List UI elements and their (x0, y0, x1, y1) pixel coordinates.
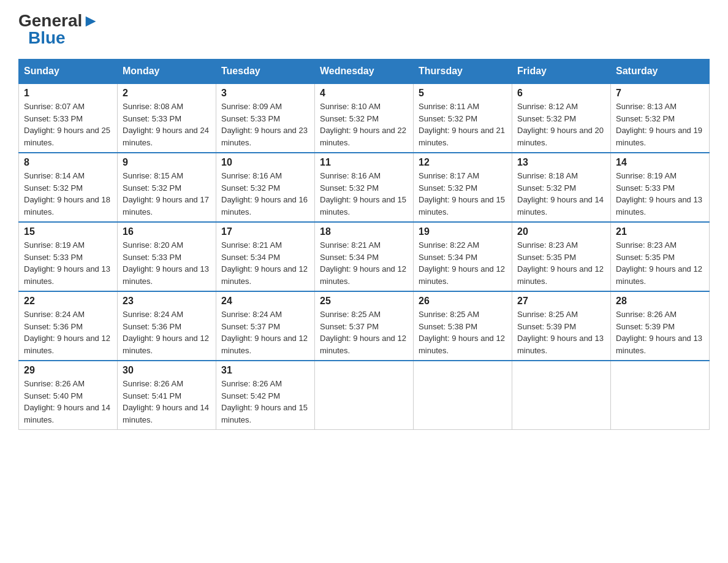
day-info: Sunrise: 8:18 AMSunset: 5:32 PMDaylight:… (517, 171, 604, 216)
calendar-empty-cell (611, 361, 710, 430)
calendar-day-cell: 10 Sunrise: 8:16 AMSunset: 5:32 PMDaylig… (216, 153, 315, 222)
day-number: 25 (320, 296, 408, 307)
day-number: 28 (616, 296, 704, 307)
day-info: Sunrise: 8:15 AMSunset: 5:32 PMDaylight:… (123, 171, 209, 216)
day-info: Sunrise: 8:24 AMSunset: 5:36 PMDaylight:… (123, 310, 209, 355)
day-number: 5 (419, 88, 507, 99)
day-info: Sunrise: 8:20 AMSunset: 5:33 PMDaylight:… (123, 240, 209, 286)
logo-blue-text: Blue (28, 29, 66, 47)
day-info: Sunrise: 8:24 AMSunset: 5:36 PMDaylight:… (24, 310, 110, 355)
day-number: 17 (221, 226, 309, 237)
calendar-day-cell: 31 Sunrise: 8:26 AMSunset: 5:42 PMDaylig… (216, 361, 315, 430)
day-info: Sunrise: 8:22 AMSunset: 5:34 PMDaylight:… (419, 240, 505, 286)
calendar-day-cell: 8 Sunrise: 8:14 AMSunset: 5:32 PMDayligh… (19, 153, 118, 222)
calendar-day-cell: 17 Sunrise: 8:21 AMSunset: 5:34 PMDaylig… (216, 222, 315, 291)
calendar-day-cell: 14 Sunrise: 8:19 AMSunset: 5:33 PMDaylig… (611, 153, 710, 222)
day-info: Sunrise: 8:11 AMSunset: 5:32 PMDaylight:… (419, 102, 505, 147)
day-info: Sunrise: 8:19 AMSunset: 5:33 PMDaylight:… (24, 240, 110, 286)
calendar-day-cell: 19 Sunrise: 8:22 AMSunset: 5:34 PMDaylig… (414, 222, 512, 291)
day-info: Sunrise: 8:09 AMSunset: 5:33 PMDaylight:… (221, 102, 308, 147)
day-number: 1 (24, 88, 112, 99)
day-number: 8 (24, 157, 112, 168)
header-monday: Monday (118, 59, 216, 84)
calendar-day-cell: 22 Sunrise: 8:24 AMSunset: 5:36 PMDaylig… (19, 291, 118, 361)
day-info: Sunrise: 8:12 AMSunset: 5:32 PMDaylight:… (517, 102, 604, 147)
calendar-empty-cell (414, 361, 512, 430)
calendar-day-cell: 5 Sunrise: 8:11 AMSunset: 5:32 PMDayligh… (414, 83, 512, 153)
day-number: 22 (24, 296, 112, 307)
day-info: Sunrise: 8:16 AMSunset: 5:32 PMDaylight:… (221, 171, 308, 216)
day-number: 9 (123, 157, 211, 168)
calendar-week-row: 29 Sunrise: 8:26 AMSunset: 5:40 PMDaylig… (19, 361, 710, 430)
day-number: 19 (419, 226, 507, 237)
day-info: Sunrise: 8:25 AMSunset: 5:37 PMDaylight:… (320, 310, 406, 355)
day-info: Sunrise: 8:21 AMSunset: 5:34 PMDaylight:… (320, 240, 406, 286)
day-info: Sunrise: 8:17 AMSunset: 5:32 PMDaylight:… (419, 171, 505, 216)
day-info: Sunrise: 8:19 AMSunset: 5:33 PMDaylight:… (616, 171, 702, 216)
day-number: 13 (517, 157, 605, 168)
day-number: 2 (123, 88, 211, 99)
day-number: 30 (123, 365, 211, 376)
calendar-day-cell: 20 Sunrise: 8:23 AMSunset: 5:35 PMDaylig… (512, 222, 611, 291)
calendar-day-cell: 15 Sunrise: 8:19 AMSunset: 5:33 PMDaylig… (19, 222, 118, 291)
day-number: 23 (123, 296, 211, 307)
day-number: 15 (24, 226, 112, 237)
day-number: 6 (517, 88, 605, 99)
header-friday: Friday (512, 59, 611, 84)
header-tuesday: Tuesday (216, 59, 315, 84)
calendar-day-cell: 18 Sunrise: 8:21 AMSunset: 5:34 PMDaylig… (315, 222, 414, 291)
day-info: Sunrise: 8:26 AMSunset: 5:39 PMDaylight:… (616, 310, 702, 355)
day-info: Sunrise: 8:07 AMSunset: 5:33 PMDaylight:… (24, 102, 110, 147)
day-info: Sunrise: 8:26 AMSunset: 5:41 PMDaylight:… (123, 379, 209, 424)
day-number: 18 (320, 226, 408, 237)
day-info: Sunrise: 8:08 AMSunset: 5:33 PMDaylight:… (123, 102, 209, 147)
calendar-day-cell: 16 Sunrise: 8:20 AMSunset: 5:33 PMDaylig… (118, 222, 216, 291)
calendar-empty-cell (315, 361, 414, 430)
day-number: 14 (616, 157, 704, 168)
calendar-day-cell: 4 Sunrise: 8:10 AMSunset: 5:32 PMDayligh… (315, 83, 414, 153)
page-header: General► Blue (18, 12, 710, 47)
calendar-day-cell: 24 Sunrise: 8:24 AMSunset: 5:37 PMDaylig… (216, 291, 315, 361)
calendar-header-row: SundayMondayTuesdayWednesdayThursdayFrid… (19, 59, 710, 84)
calendar-day-cell: 6 Sunrise: 8:12 AMSunset: 5:32 PMDayligh… (512, 83, 611, 153)
calendar-day-cell: 13 Sunrise: 8:18 AMSunset: 5:32 PMDaylig… (512, 153, 611, 222)
calendar-day-cell: 26 Sunrise: 8:25 AMSunset: 5:38 PMDaylig… (414, 291, 512, 361)
day-info: Sunrise: 8:25 AMSunset: 5:38 PMDaylight:… (419, 310, 505, 355)
calendar-week-row: 15 Sunrise: 8:19 AMSunset: 5:33 PMDaylig… (19, 222, 710, 291)
calendar-week-row: 1 Sunrise: 8:07 AMSunset: 5:33 PMDayligh… (19, 83, 710, 153)
header-saturday: Saturday (611, 59, 710, 84)
day-number: 21 (616, 226, 704, 237)
calendar-day-cell: 1 Sunrise: 8:07 AMSunset: 5:33 PMDayligh… (19, 83, 118, 153)
day-info: Sunrise: 8:26 AMSunset: 5:42 PMDaylight:… (221, 379, 308, 424)
day-number: 29 (24, 365, 112, 376)
day-number: 12 (419, 157, 507, 168)
calendar-empty-cell (512, 361, 611, 430)
day-number: 11 (320, 157, 408, 168)
day-info: Sunrise: 8:21 AMSunset: 5:34 PMDaylight:… (221, 240, 308, 286)
day-info: Sunrise: 8:23 AMSunset: 5:35 PMDaylight:… (517, 240, 604, 286)
calendar-day-cell: 11 Sunrise: 8:16 AMSunset: 5:32 PMDaylig… (315, 153, 414, 222)
day-info: Sunrise: 8:13 AMSunset: 5:32 PMDaylight:… (616, 102, 702, 147)
day-number: 20 (517, 226, 605, 237)
day-info: Sunrise: 8:14 AMSunset: 5:32 PMDaylight:… (24, 171, 110, 216)
day-number: 7 (616, 88, 704, 99)
calendar-day-cell: 3 Sunrise: 8:09 AMSunset: 5:33 PMDayligh… (216, 83, 315, 153)
day-number: 10 (221, 157, 309, 168)
calendar-day-cell: 7 Sunrise: 8:13 AMSunset: 5:32 PMDayligh… (611, 83, 710, 153)
calendar-day-cell: 25 Sunrise: 8:25 AMSunset: 5:37 PMDaylig… (315, 291, 414, 361)
day-info: Sunrise: 8:25 AMSunset: 5:39 PMDaylight:… (517, 310, 604, 355)
day-number: 26 (419, 296, 507, 307)
calendar-day-cell: 27 Sunrise: 8:25 AMSunset: 5:39 PMDaylig… (512, 291, 611, 361)
calendar-day-cell: 23 Sunrise: 8:24 AMSunset: 5:36 PMDaylig… (118, 291, 216, 361)
day-info: Sunrise: 8:23 AMSunset: 5:35 PMDaylight:… (616, 240, 702, 286)
calendar-day-cell: 29 Sunrise: 8:26 AMSunset: 5:40 PMDaylig… (19, 361, 118, 430)
day-number: 3 (221, 88, 309, 99)
calendar-day-cell: 9 Sunrise: 8:15 AMSunset: 5:32 PMDayligh… (118, 153, 216, 222)
header-wednesday: Wednesday (315, 59, 414, 84)
logo: General► Blue (18, 12, 99, 47)
header-thursday: Thursday (414, 59, 512, 84)
calendar-day-cell: 28 Sunrise: 8:26 AMSunset: 5:39 PMDaylig… (611, 291, 710, 361)
day-number: 24 (221, 296, 309, 307)
calendar-day-cell: 12 Sunrise: 8:17 AMSunset: 5:32 PMDaylig… (414, 153, 512, 222)
calendar-day-cell: 2 Sunrise: 8:08 AMSunset: 5:33 PMDayligh… (118, 83, 216, 153)
